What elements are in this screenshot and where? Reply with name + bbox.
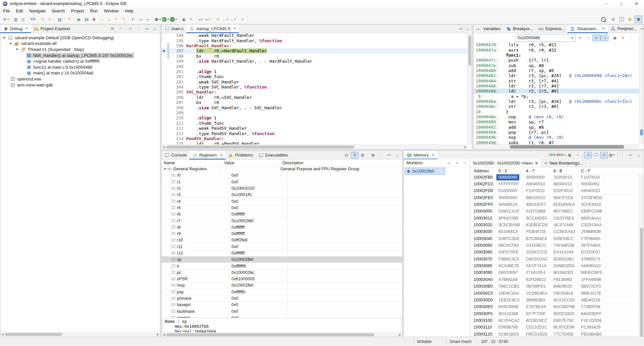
memory-cell[interactable]: E7976EA4 — [523, 304, 550, 309]
switch-base-icon[interactable]: 1010▼ — [558, 152, 565, 158]
memory-cell[interactable]: FB33BAB0 — [578, 332, 605, 337]
add-monitor-icon[interactable]: ＋ — [445, 160, 452, 166]
memory-cell[interactable]: 53FD70FE — [495, 249, 523, 255]
memory-cell[interactable]: 989CD17E — [578, 291, 605, 296]
undo-button[interactable]: ↺ — [39, 16, 46, 23]
address-combo[interactable]: 0x10000488▼ — [516, 35, 576, 42]
disasm-hscrollbar[interactable] — [474, 144, 639, 149]
memory-vscrollbar[interactable] — [639, 174, 644, 337]
memory-cell[interactable]: EA31A244 — [550, 249, 578, 255]
editor-tab-startup-lpc845-s[interactable]: Sstartup_LPC845.S✕ — [186, 24, 239, 33]
memory-row[interactable]: 10003110E093B785CD132D1CBC87CE99FC393429 — [470, 324, 639, 331]
memory-cell[interactable]: 5B020010 — [523, 195, 550, 200]
register-row[interactable]: 10100101basepri0x0 — [162, 302, 402, 308]
disasm-line[interactable]: 1000047a: asrs r0, r0, #32 — [474, 47, 639, 52]
memory-cell[interactable]: 10E4C3AA — [495, 291, 523, 296]
close-icon[interactable]: ✕ — [535, 161, 538, 166]
register-row[interactable]: 10100101lr0xfffffff9 — [162, 263, 402, 269]
memory-monitor-item[interactable]: 0x10002fb0 — [405, 168, 445, 174]
memory-cell[interactable]: B2B81DB1 — [550, 256, 578, 262]
memory-cell[interactable]: 00000061 — [578, 181, 605, 187]
disasm-line[interactable]: 1000047e: sub sp, #8 — [474, 63, 639, 68]
redo-button[interactable]: ↻ — [46, 16, 54, 23]
tree-table-icon[interactable]: ▦ — [359, 152, 366, 158]
memory-cell[interactable]: C62D76E3 — [550, 216, 578, 221]
register-row[interactable]: 10100101r10x0 — [162, 179, 402, 185]
source-editor[interactable]: 194 .weak HardFault_Handler195 .type Har… — [162, 33, 468, 145]
scroll-right-icon[interactable]: ▶ — [463, 146, 468, 149]
memory-cell[interactable]: 88040010 — [550, 181, 578, 187]
scroll-right-icon[interactable]: ▶ — [156, 333, 160, 336]
next-annotation-button[interactable]: ▸▼ — [205, 16, 212, 23]
memory-cell[interactable]: FBCD1B28 — [523, 332, 550, 337]
memory-cell[interactable]: C41E6E21 — [523, 243, 550, 248]
memory-cell[interactable]: 27A510F4 — [523, 270, 550, 275]
step-filters-button[interactable]: ⇥ — [137, 16, 144, 23]
memory-cell[interactable]: 1EB2C9C3 — [495, 297, 523, 303]
memory-cell[interactable]: 0B789FD1 — [523, 284, 550, 289]
view-menu-icon[interactable]: ⋮ — [135, 26, 143, 32]
run-launch-button[interactable]: ▶▼ — [162, 16, 170, 23]
registers-hscrollbar[interactable]: ◀ ▶ — [162, 332, 402, 337]
tab-disassem-[interactable]: Disassem...✕ — [568, 24, 608, 33]
cpp-perspective-button[interactable]: C — [618, 16, 625, 23]
memory-cell[interactable]: FC393429 — [578, 325, 605, 330]
memory-row[interactable]: 100030C010E4C3AA2CD6E9EAF6C93918989CD17E — [470, 290, 639, 297]
prev-annotation-button[interactable]: ◂▼ — [197, 16, 205, 23]
memory-cell[interactable]: D45BCB53 — [550, 263, 578, 269]
remove-all-monitors-icon[interactable]: ✕✕ — [461, 160, 469, 166]
memory-cell[interactable]: B90ECBF5 — [578, 270, 605, 275]
memory-cell[interactable]: 259BB93B — [578, 229, 605, 234]
memory-cell[interactable]: 47685D73 — [578, 256, 605, 262]
memory-cell[interactable]: 1D067CCD — [523, 249, 550, 255]
remove-terminated-icon[interactable]: ✕ — [117, 26, 124, 32]
scroll-left-icon[interactable]: ◀ — [0, 333, 5, 336]
memory-row[interactable]: 10002FB0000000000000000020200010F11F0010 — [470, 174, 639, 181]
memory-row[interactable]: 10002FF03454651848D32FE7EDD400EA3CFE9318 — [470, 201, 639, 208]
new-wizard-button[interactable]: ❖▼ — [2, 16, 10, 23]
code-line[interactable]: 205SVC_Handler: — [162, 90, 468, 95]
register-row[interactable]: 10100101psp0xfffffffc — [162, 289, 402, 295]
memory-cell[interactable]: 766C1CBC — [495, 284, 523, 289]
open-element-button[interactable]: ▤ — [56, 16, 63, 23]
memory-cell[interactable]: DA61CA1F — [495, 209, 523, 214]
layout-icon[interactable]: ▤ — [343, 152, 350, 158]
register-row[interactable]: 10100101faultmask0x0 — [162, 308, 402, 315]
maximize-icon[interactable]: □ — [635, 152, 642, 158]
code-line[interactable]: 211 .thumb_func — [162, 121, 468, 126]
memory-cell[interactable]: BD0CD925 — [550, 311, 578, 316]
minimize-icon[interactable]: ▭ — [385, 152, 393, 158]
memory-cell[interactable]: 397FA60A — [578, 243, 605, 248]
memory-row[interactable]: 1000306053FD70FE1D067CCDEA31A244D7315037 — [470, 249, 639, 256]
memory-cell[interactable]: D6F03067 — [495, 270, 523, 275]
disasm-line[interactable]: 10000498: subs r1, r6, #7 — [474, 140, 639, 145]
memory-cell[interactable]: 2CD6E9EA — [523, 291, 550, 296]
minimize-icon[interactable]: ▭ — [458, 26, 464, 32]
memory-cell[interactable]: 365963B3 — [523, 297, 550, 303]
register-row[interactable]: 10100101pc0x100002bc — [162, 270, 402, 276]
home-icon[interactable]: ⌂ — [585, 35, 592, 41]
disasm-vscrollbar[interactable] — [639, 33, 644, 145]
memory-cell[interactable]: FFFFFFFF — [495, 181, 523, 187]
toggle-split-icon[interactable]: ⇅ — [351, 152, 358, 158]
register-group-row[interactable]: ▲▲▲0101General RegistersGeneral Purpose … — [162, 166, 402, 172]
expander-icon[interactable] — [9, 43, 12, 45]
code-line[interactable]: 196HardFault_Handler: — [162, 43, 468, 48]
memory-cell[interactable]: A9040010 — [578, 188, 605, 193]
memory-cell[interactable]: F9138992 — [550, 277, 578, 282]
code-line[interactable]: 209 — [162, 110, 468, 115]
memory-cell[interactable]: F6C93918 — [550, 291, 578, 296]
show-source-icon[interactable]: ⇥ — [601, 35, 608, 41]
code-line[interactable]: 214PendSV_Handler: — [162, 136, 468, 141]
register-row[interactable]: 10100101r80xffffffff — [162, 224, 402, 231]
memory-cell[interactable]: 1FFA8B9B — [578, 277, 605, 282]
code-line[interactable]: 202 .thumb_func — [162, 74, 468, 79]
suspend-button[interactable]: ▮▮ — [83, 16, 90, 23]
memory-cell[interactable]: 8CA1CC55 — [550, 297, 578, 303]
disasm-line[interactable]: 10000492: add sp, #8 — [474, 125, 639, 130]
register-row[interactable]: 10100101primask0x0 — [162, 295, 402, 302]
memory-cell[interactable]: 34546518 — [495, 202, 523, 207]
tab-memory[interactable]: Memory✕ — [404, 151, 437, 159]
memory-cell[interactable]: 9DA15389 — [495, 311, 523, 316]
chevron-down-icon[interactable]: ▼ — [226, 18, 229, 20]
